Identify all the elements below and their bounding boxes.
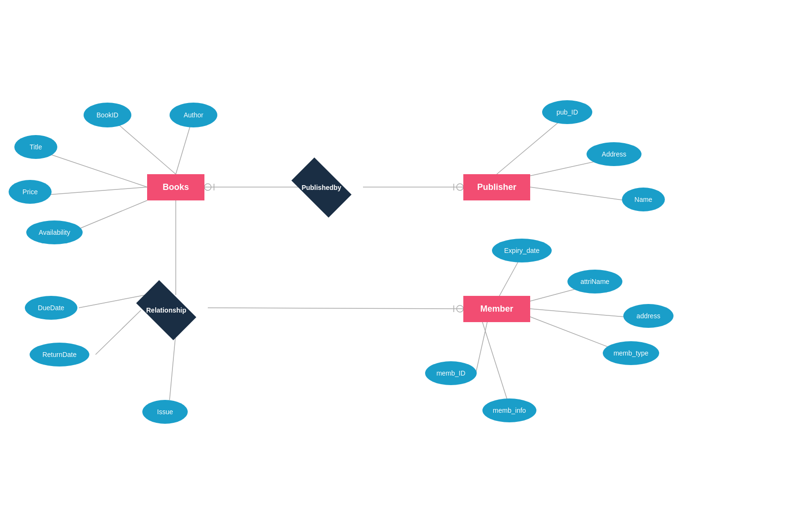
issue-label: Issue xyxy=(157,408,173,416)
returndate-label: ReturnDate xyxy=(43,351,77,358)
bookid-ellipse: BookID xyxy=(84,103,131,127)
member-entity: Member xyxy=(463,296,530,322)
returndate-ellipse: ReturnDate xyxy=(30,343,89,366)
bookid-label: BookID xyxy=(96,111,118,119)
svg-line-19 xyxy=(475,322,487,376)
svg-line-2 xyxy=(45,153,147,187)
address-pub-label: Address xyxy=(602,150,626,158)
publisher-entity: Publisher xyxy=(463,174,530,200)
memb-info-ellipse: memb_info xyxy=(482,398,536,422)
author-ellipse: Author xyxy=(170,103,217,127)
author-label: Author xyxy=(183,111,203,119)
name-pub-ellipse: Name xyxy=(622,188,665,211)
pub-id-ellipse: pub_ID xyxy=(542,100,592,124)
connector-lines xyxy=(0,0,812,513)
issue-ellipse: Issue xyxy=(142,400,188,424)
memb-info-label: memb_info xyxy=(493,407,526,414)
member-label: Member xyxy=(480,304,513,314)
relationship-label: Relationship xyxy=(146,306,186,314)
svg-line-3 xyxy=(36,187,147,196)
price-label: Price xyxy=(22,188,38,196)
svg-point-21 xyxy=(204,184,211,190)
title-label: Title xyxy=(30,143,42,151)
name-pub-label: Name xyxy=(634,196,652,203)
expiry-date-ellipse: Expiry_date xyxy=(492,239,552,262)
duedate-ellipse: DueDate xyxy=(25,296,77,320)
books-label: Books xyxy=(162,182,189,192)
attriname-ellipse: attriName xyxy=(567,270,622,293)
er-diagram: Books Publisher Member Publishedby Relat… xyxy=(0,0,812,513)
memb-type-label: memb_type xyxy=(613,349,648,357)
books-entity: Books xyxy=(147,174,204,200)
availability-label: Availability xyxy=(39,229,70,236)
svg-line-13 xyxy=(96,310,141,355)
relationship-diamond: Relationship xyxy=(135,291,197,329)
svg-point-23 xyxy=(457,184,463,190)
availability-ellipse: Availability xyxy=(26,220,83,244)
publisher-label: Publisher xyxy=(477,182,516,192)
svg-line-11 xyxy=(208,308,463,309)
address-mem-label: address xyxy=(637,312,661,320)
publishedby-label: Publishedby xyxy=(301,184,341,191)
address-mem-ellipse: address xyxy=(623,304,673,328)
attriname-label: attriName xyxy=(580,278,609,285)
duedate-label: DueDate xyxy=(38,304,64,312)
publishedby-diamond: Publishedby xyxy=(290,168,353,207)
svg-point-25 xyxy=(457,305,463,312)
pub-id-label: pub_ID xyxy=(556,108,578,116)
svg-line-14 xyxy=(170,333,176,400)
memb-type-ellipse: memb_type xyxy=(603,341,659,365)
title-ellipse: Title xyxy=(14,135,57,159)
memb-id-ellipse: memb_ID xyxy=(425,361,477,385)
address-pub-ellipse: Address xyxy=(587,142,641,166)
memb-id-label: memb_ID xyxy=(437,369,466,377)
price-ellipse: Price xyxy=(9,180,52,204)
svg-line-7 xyxy=(497,116,566,174)
expiry-date-label: Expiry_date xyxy=(504,247,540,254)
